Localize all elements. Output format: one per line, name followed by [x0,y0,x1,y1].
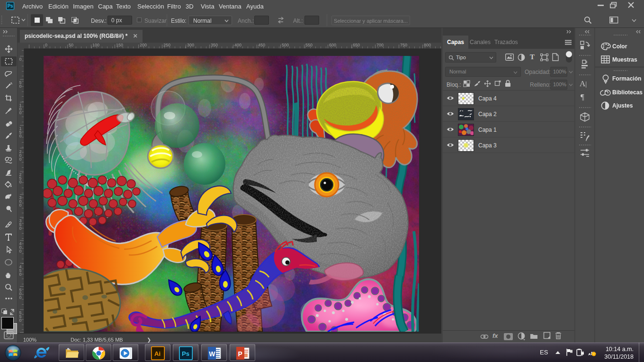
svg-text:Ps: Ps [182,350,189,357]
svg-text:Ai: Ai [154,350,161,357]
svg-text:P: P [238,350,242,358]
svg-text:W: W [209,350,215,358]
